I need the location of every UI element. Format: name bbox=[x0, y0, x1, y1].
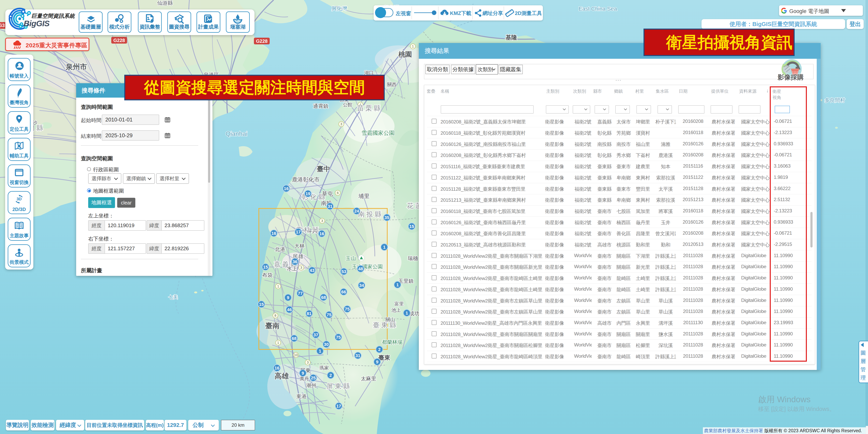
svg-text:泉州市: 泉州市 bbox=[65, 63, 87, 71]
svg-text:雪霸國家公園: 雪霸國家公園 bbox=[362, 130, 395, 136]
svg-text:潮州: 潮州 bbox=[306, 382, 316, 389]
svg-text:彰化市: 彰化市 bbox=[303, 176, 319, 182]
svg-text:43: 43 bbox=[310, 268, 314, 273]
svg-text:3D: 3D bbox=[17, 197, 22, 201]
svg-text:53: 53 bbox=[341, 269, 346, 274]
svg-text:太麻里: 太麻里 bbox=[361, 376, 376, 381]
svg-text:34: 34 bbox=[359, 283, 364, 288]
svg-text:富里: 富里 bbox=[394, 301, 404, 306]
svg-text:3: 3 bbox=[300, 266, 302, 270]
svg-text:16: 16 bbox=[284, 186, 289, 191]
svg-text:37: 37 bbox=[313, 332, 318, 337]
svg-text:East China Sea: East China Sea bbox=[579, 6, 617, 12]
svg-text:3: 3 bbox=[307, 361, 309, 364]
svg-text:15: 15 bbox=[263, 265, 268, 270]
svg-text:水上: 水上 bbox=[287, 266, 297, 271]
svg-text:77: 77 bbox=[298, 291, 303, 296]
svg-text:Qianhai: Qianhai bbox=[226, 130, 247, 137]
svg-text:66: 66 bbox=[341, 290, 346, 294]
svg-text:75: 75 bbox=[345, 307, 349, 311]
svg-text:9: 9 bbox=[287, 295, 289, 300]
svg-text:1: 1 bbox=[277, 285, 279, 288]
svg-text:9: 9 bbox=[376, 360, 378, 364]
svg-text:68: 68 bbox=[292, 336, 297, 341]
svg-text:玉山: 玉山 bbox=[346, 255, 356, 261]
svg-text:都蘭林場: 都蘭林場 bbox=[382, 339, 402, 345]
svg-text:8: 8 bbox=[274, 314, 276, 318]
svg-text:15: 15 bbox=[409, 224, 414, 229]
svg-text:鹿港: 鹿港 bbox=[292, 176, 303, 182]
svg-text:池上: 池上 bbox=[392, 307, 401, 313]
svg-text:草屯: 草屯 bbox=[322, 191, 333, 197]
svg-text:通霄鎮: 通霄鎮 bbox=[313, 103, 329, 109]
svg-text:七美: 七美 bbox=[168, 294, 178, 300]
svg-text:31: 31 bbox=[355, 353, 360, 358]
svg-text:25: 25 bbox=[311, 375, 316, 380]
svg-text:3: 3 bbox=[340, 122, 342, 126]
svg-text:16: 16 bbox=[319, 231, 324, 236]
svg-text:關西: 關西 bbox=[387, 82, 397, 87]
svg-text:斗六: 斗六 bbox=[307, 228, 318, 234]
svg-text:埔里: 埔里 bbox=[358, 193, 370, 199]
svg-text:3: 3 bbox=[321, 219, 323, 223]
svg-text:75: 75 bbox=[327, 312, 332, 317]
svg-text:17: 17 bbox=[296, 230, 301, 234]
svg-text:東港: 東港 bbox=[296, 393, 307, 399]
svg-text:15: 15 bbox=[259, 302, 264, 307]
svg-text:湖口: 湖口 bbox=[364, 70, 374, 75]
svg-text:35: 35 bbox=[384, 215, 389, 220]
svg-text:30: 30 bbox=[324, 342, 329, 347]
svg-text:G228: G228 bbox=[114, 38, 125, 43]
svg-text:46: 46 bbox=[287, 307, 292, 312]
svg-text:75: 75 bbox=[336, 335, 341, 340]
svg-text:68: 68 bbox=[321, 295, 326, 300]
svg-text:1: 1 bbox=[277, 341, 279, 345]
svg-text:48: 48 bbox=[358, 266, 363, 271]
svg-text:布袋: 布袋 bbox=[262, 272, 273, 278]
svg-text:10: 10 bbox=[294, 353, 298, 357]
svg-text:36: 36 bbox=[292, 259, 297, 264]
svg-text:基隆: 基隆 bbox=[505, 34, 517, 41]
svg-text:成功: 成功 bbox=[409, 310, 420, 316]
svg-text:大林: 大林 bbox=[294, 243, 305, 249]
svg-text:G228: G228 bbox=[256, 38, 268, 44]
svg-text:南投縣: 南投縣 bbox=[358, 210, 383, 218]
svg-text:仙游縣: 仙游縣 bbox=[157, 0, 173, 6]
svg-text:17: 17 bbox=[336, 404, 341, 408]
svg-text:興化灣: 興化灣 bbox=[332, 5, 347, 11]
svg-text:臺中: 臺中 bbox=[317, 165, 330, 172]
svg-text:高雄: 高雄 bbox=[275, 372, 289, 380]
svg-text:2: 2 bbox=[378, 347, 380, 352]
svg-text:關山: 關山 bbox=[385, 317, 395, 322]
svg-text:瑪家: 瑪家 bbox=[319, 365, 329, 370]
svg-text:9: 9 bbox=[302, 371, 304, 376]
svg-text:16: 16 bbox=[275, 366, 279, 370]
svg-text:玉山國家公園: 玉山國家公園 bbox=[352, 264, 383, 270]
svg-text:31: 31 bbox=[328, 204, 332, 209]
svg-text:19: 19 bbox=[306, 191, 310, 196]
svg-text:瑞穗: 瑞穗 bbox=[408, 255, 418, 261]
svg-text:2: 2 bbox=[330, 373, 332, 378]
svg-text:北港: 北港 bbox=[275, 246, 285, 252]
svg-text:桃園: 桃園 bbox=[398, 51, 412, 58]
svg-text:16: 16 bbox=[272, 231, 276, 236]
svg-text:多良間村: 多良間村 bbox=[825, 97, 845, 103]
svg-text:81: 81 bbox=[307, 311, 311, 316]
svg-text:臺東縣: 臺東縣 bbox=[373, 321, 398, 329]
svg-text:1: 1 bbox=[383, 245, 385, 249]
svg-text:苗栗縣: 苗栗縣 bbox=[357, 104, 382, 112]
svg-text:6: 6 bbox=[337, 191, 339, 195]
svg-text:1: 1 bbox=[319, 348, 321, 354]
svg-text:1: 1 bbox=[396, 282, 399, 287]
svg-text:24: 24 bbox=[354, 209, 359, 213]
svg-text:臺南: 臺南 bbox=[265, 322, 280, 330]
svg-text:G3: G3 bbox=[0, 23, 5, 28]
svg-text:1: 1 bbox=[406, 310, 408, 315]
svg-text:1: 1 bbox=[412, 44, 414, 48]
svg-text:屏東縣: 屏東縣 bbox=[327, 382, 351, 390]
svg-text:萬丹: 萬丹 bbox=[300, 376, 309, 381]
svg-text:公館: 公館 bbox=[343, 102, 352, 107]
